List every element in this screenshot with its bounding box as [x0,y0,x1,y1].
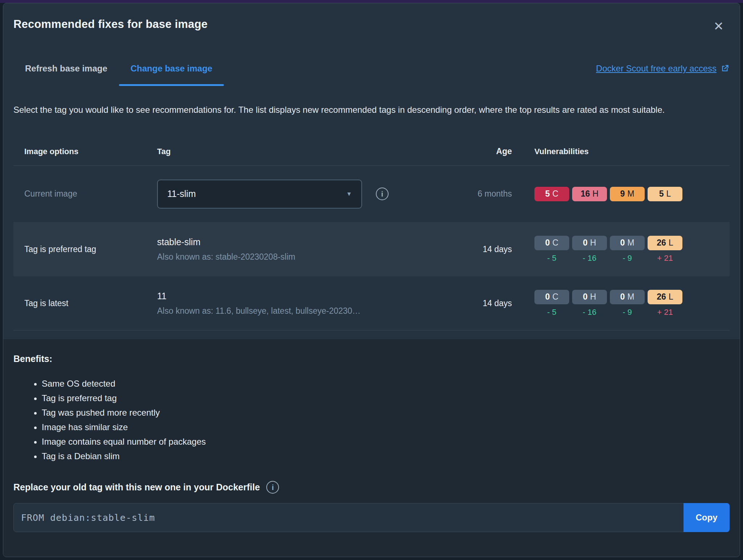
dialog-description: Select the tag you would like to see rec… [13,102,724,118]
tag-select-value: 11-slim [167,189,196,199]
badge-count: 26 [657,238,666,248]
dockerfile-code-row: FROM debian:stable-slim Copy [13,503,730,532]
benefit-item: Image has similar size [42,420,730,435]
header-age: Age [450,147,512,156]
tabs-row: Refresh base image Change base image Doc… [13,51,730,86]
close-icon[interactable]: ✕ [714,20,724,32]
badge-count: 0 [545,238,550,248]
delta-low: + 21 [648,308,682,317]
badge-letter: H [590,238,596,248]
badge-high: 16H [572,187,607,201]
recommended-fixes-dialog: Recommended fixes for base image ✕ Refre… [3,3,740,557]
table-row-latest-tag[interactable]: Tag is latest 11 Also known as: 11.6, bu… [13,276,730,330]
badge-low: 5L [648,187,682,201]
delta-medium: - 9 [610,254,645,263]
badge-letter: C [553,189,559,199]
badge-medium: 9M [610,187,645,201]
benefits-list: Same OS detected Tag is preferred tag Ta… [13,376,730,464]
badge-medium: 0M [610,236,645,250]
tag-select-dropdown[interactable]: 11-slim ▼ [157,180,362,209]
badge-critical: 5C [534,187,569,201]
badge-letter: M [627,238,634,248]
delta-high: - 16 [572,308,607,317]
recommendations-table: Image options Tag Age Vulnerabilities Cu… [13,137,730,330]
tag-alias: Also known as: 11.6, bullseye, latest, b… [157,306,361,316]
row-age: 14 days [450,244,512,254]
dialog-upper-section: Recommended fixes for base image ✕ Refre… [3,3,740,339]
row-option-label: Current image [13,189,157,199]
delta-critical: - 5 [534,308,569,317]
app-background-strip [0,0,743,3]
info-icon[interactable]: i [266,481,279,494]
docker-scout-link[interactable]: Docker Scout free early access [596,63,730,74]
tag-name: 11 [157,291,361,301]
badge-medium: 0M [610,290,645,304]
row-age: 6 months [450,189,512,199]
delta-low: + 21 [648,254,682,263]
header-image-options: Image options [13,147,157,156]
benefit-item: Tag was pushed more recently [42,405,730,420]
benefit-item: Image contains equal number of packages [42,435,730,449]
table-row-preferred-tag[interactable]: Tag is preferred tag stable-slim Also kn… [13,222,730,276]
row-option-label: Tag is preferred tag [13,244,157,254]
tag-alias: Also known as: stable-20230208-slim [157,252,295,262]
badge-high: 0H [572,236,607,250]
row-option-label: Tag is latest [13,298,157,308]
header-tag: Tag [157,147,450,156]
badge-letter: H [592,189,599,199]
chevron-down-icon: ▼ [346,191,352,197]
vulnerability-badges: 0C 0H 0M 26L - 5 - 16 - 9 + 21 [534,290,730,317]
badge-letter: L [666,189,671,199]
badge-critical: 0C [534,290,569,304]
badge-letter: M [627,292,634,302]
table-row-current-image: Current image 11-slim ▼ i 6 months 5C 16… [13,166,730,222]
tab-change-base-image[interactable]: Change base image [119,51,224,86]
table-header-row: Image options Tag Age Vulnerabilities [13,137,730,166]
badge-letter: L [669,292,673,302]
badge-count: 5 [659,189,664,199]
dockerfile-heading-row: Replace your old tag with this new one i… [13,481,730,494]
tab-refresh-base-image[interactable]: Refresh base image [13,51,119,86]
vulnerability-badges: 5C 16H 9M 5L [534,187,730,201]
dialog-title-row: Recommended fixes for base image ✕ [13,18,730,32]
badge-letter: C [553,292,559,302]
badge-letter: M [627,189,634,199]
page-title: Recommended fixes for base image [13,18,208,31]
tag-name: stable-slim [157,237,295,247]
benefits-panel: Benefits: Same OS detected Tag is prefer… [3,339,740,557]
badge-letter: C [553,238,559,248]
badge-count: 0 [545,292,550,302]
copy-button[interactable]: Copy [684,503,730,532]
delta-medium: - 9 [610,308,645,317]
docker-scout-link-label: Docker Scout free early access [596,63,717,74]
badge-count: 0 [620,292,625,302]
external-link-icon [720,64,730,73]
badge-count: 0 [583,238,588,248]
dockerfile-code-field[interactable]: FROM debian:stable-slim [13,503,730,532]
badge-low: 26L [648,290,682,304]
badge-count: 0 [583,292,588,302]
badge-count: 0 [620,238,625,248]
benefit-item: Tag is preferred tag [42,391,730,405]
delta-high: - 16 [572,254,607,263]
badge-count: 9 [620,189,625,199]
badge-count: 5 [545,189,550,199]
badge-low: 26L [648,236,682,250]
vulnerability-badges: 0C 0H 0M 26L - 5 - 16 - 9 + 21 [534,236,730,263]
dockerfile-heading: Replace your old tag with this new one i… [13,482,260,493]
benefit-item: Same OS detected [42,376,730,391]
badge-count: 26 [657,292,666,302]
benefits-heading: Benefits: [13,354,730,364]
delta-critical: - 5 [534,254,569,263]
badge-count: 16 [580,189,590,199]
badge-letter: L [669,238,673,248]
info-icon[interactable]: i [376,188,389,200]
row-age: 14 days [450,298,512,308]
benefit-item: Tag is a Debian slim [42,449,730,464]
badge-high: 0H [572,290,607,304]
badge-letter: H [590,292,596,302]
header-vulnerabilities: Vulnerabilities [512,147,730,156]
badge-critical: 0C [534,236,569,250]
